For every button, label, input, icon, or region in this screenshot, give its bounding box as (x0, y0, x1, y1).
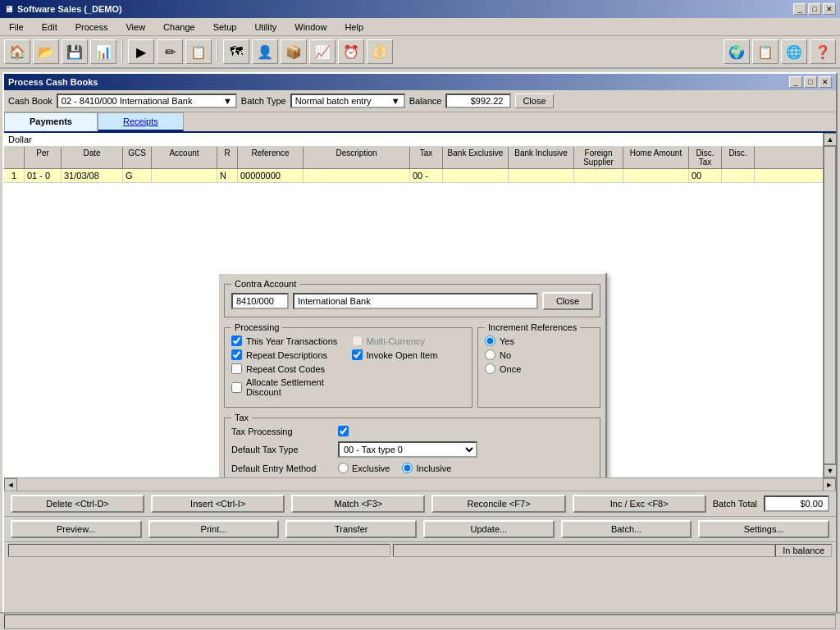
app-minimize-button[interactable]: _ (793, 3, 806, 15)
toolbar-package[interactable]: 📦 (281, 39, 307, 64)
toolbar-save[interactable]: 💾 (62, 39, 88, 64)
app-icon: 🖥 (4, 4, 13, 14)
toolbar-globe3[interactable]: 🌐 (781, 39, 807, 64)
toolbar-user[interactable]: 👤 (252, 39, 278, 64)
toolbar-globe2[interactable]: 🌍 (724, 39, 750, 64)
toolbar-clock[interactable]: ⏰ (338, 39, 364, 64)
menu-change[interactable]: Change (158, 21, 200, 34)
app-close-button[interactable]: ✕ (823, 3, 836, 15)
app-title: 🖥 Software Sales (_DEMO) (4, 4, 122, 14)
toolbar-forward[interactable]: ▶ (128, 39, 154, 64)
menu-help[interactable]: Help (340, 21, 368, 34)
menu-view[interactable]: View (121, 21, 150, 34)
toolbar-help[interactable]: ❓ (810, 39, 836, 64)
app-maximize-button[interactable]: □ (808, 3, 821, 15)
menu-utility[interactable]: Utility (249, 21, 281, 34)
toolbar: 🏠 📂 💾 📊 ▶ ✏ 📋 🗺 👤 📦 📈 ⏰ 📀 🌍 📋 🌐 ❓ (0, 36, 840, 69)
toolbar-sep2 (217, 41, 218, 62)
toolbar-clipboard[interactable]: 📋 (185, 39, 212, 64)
app-titlebar-buttons[interactable]: _ □ ✕ (793, 3, 836, 15)
toolbar-chart[interactable]: 📊 (90, 39, 116, 64)
menubar: File Edit Process View Change Setup Util… (0, 18, 840, 36)
app-titlebar: 🖥 Software Sales (_DEMO) _ □ ✕ (0, 0, 840, 18)
toolbar-sep1 (121, 41, 123, 62)
toolbar-pie[interactable]: 📈 (309, 39, 336, 64)
menu-setup[interactable]: Setup (208, 21, 242, 34)
toolbar-map[interactable]: 🗺 (223, 39, 249, 64)
toolbar-edit[interactable]: ✏ (157, 39, 183, 64)
toolbar-disk[interactable]: 📀 (367, 39, 393, 64)
toolbar-home[interactable]: 🏠 (4, 39, 30, 64)
menu-process[interactable]: Process (71, 21, 113, 34)
menu-edit[interactable]: Edit (37, 21, 62, 34)
menu-window[interactable]: Window (290, 21, 331, 34)
menu-file[interactable]: File (4, 21, 29, 34)
toolbar-report[interactable]: 📋 (752, 39, 778, 64)
toolbar-open[interactable]: 📂 (33, 39, 59, 64)
